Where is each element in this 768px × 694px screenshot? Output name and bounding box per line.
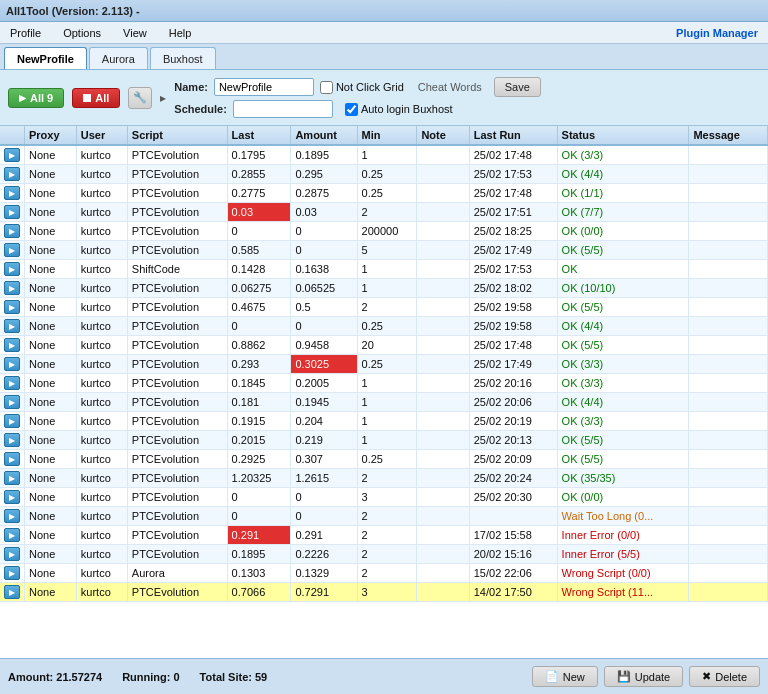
play-cell[interactable]: ▶ xyxy=(0,583,25,602)
table-row: ▶ None kurtco PTCEvolution 0.2775 0.2875… xyxy=(0,184,768,203)
note-cell xyxy=(417,431,469,450)
play-cell[interactable]: ▶ xyxy=(0,260,25,279)
not-click-grid-checkbox-label[interactable]: Not Click Grid xyxy=(320,81,404,94)
play-cell[interactable]: ▶ xyxy=(0,279,25,298)
min-cell: 5 xyxy=(357,241,417,260)
play-button[interactable]: ▶ xyxy=(4,262,20,276)
auto-login-checkbox-label[interactable]: Auto login Buxhost xyxy=(345,103,453,116)
amount-cell: 0 xyxy=(291,222,357,241)
menu-options[interactable]: Options xyxy=(57,25,107,41)
play-button[interactable]: ▶ xyxy=(4,167,20,181)
play-button[interactable]: ▶ xyxy=(4,186,20,200)
play-cell[interactable]: ▶ xyxy=(0,393,25,412)
tab-buxhost[interactable]: Buxhost xyxy=(150,47,216,69)
play-cell[interactable]: ▶ xyxy=(0,355,25,374)
total-site-info: Total Site: 59 xyxy=(200,671,268,683)
th-user: User xyxy=(76,126,127,145)
cheat-words-button[interactable]: Cheat Words xyxy=(418,81,482,93)
script-cell: PTCEvolution xyxy=(127,583,227,602)
settings-button[interactable]: 🔧 xyxy=(128,87,152,109)
save-button[interactable]: Save xyxy=(494,77,541,97)
play-cell[interactable]: ▶ xyxy=(0,241,25,260)
play-cell[interactable]: ▶ xyxy=(0,298,25,317)
play-button[interactable]: ▶ xyxy=(4,566,20,580)
play-button[interactable]: ▶ xyxy=(4,395,20,409)
note-cell xyxy=(417,355,469,374)
play-cell[interactable]: ▶ xyxy=(0,545,25,564)
arrow-icon[interactable]: ▸ xyxy=(160,91,166,105)
play-button[interactable]: ▶ xyxy=(4,528,20,542)
table-row: ▶ None kurtco PTCEvolution 0.585 0 5 25/… xyxy=(0,241,768,260)
amount-cell: 0.03 xyxy=(291,203,357,222)
all-stop-button[interactable]: All xyxy=(72,88,120,108)
menu-profile[interactable]: Profile xyxy=(4,25,47,41)
plugin-manager-link[interactable]: Plugin Manager xyxy=(670,25,764,41)
play-button[interactable]: ▶ xyxy=(4,414,20,428)
play-cell[interactable]: ▶ xyxy=(0,184,25,203)
new-button[interactable]: 📄 New xyxy=(532,666,598,687)
play-button[interactable]: ▶ xyxy=(4,281,20,295)
play-cell[interactable]: ▶ xyxy=(0,507,25,526)
play-cell[interactable]: ▶ xyxy=(0,564,25,583)
play-button[interactable]: ▶ xyxy=(4,585,20,599)
all-start-button[interactable]: ▶ All 9 xyxy=(8,88,64,108)
lastrun-cell: 25/02 20:30 xyxy=(469,488,557,507)
play-cell[interactable]: ▶ xyxy=(0,450,25,469)
lastrun-cell: 25/02 20:19 xyxy=(469,412,557,431)
menu-view[interactable]: View xyxy=(117,25,153,41)
play-cell[interactable]: ▶ xyxy=(0,526,25,545)
schedule-label: Schedule: xyxy=(174,103,227,115)
message-cell xyxy=(689,412,768,431)
script-cell: PTCEvolution xyxy=(127,145,227,165)
proxy-cell: None xyxy=(25,431,77,450)
play-cell[interactable]: ▶ xyxy=(0,336,25,355)
play-cell[interactable]: ▶ xyxy=(0,469,25,488)
status-cell: OK (3/3) xyxy=(557,145,689,165)
amount-cell: 0.9458 xyxy=(291,336,357,355)
play-cell[interactable]: ▶ xyxy=(0,145,25,165)
play-cell[interactable]: ▶ xyxy=(0,165,25,184)
proxy-cell: None xyxy=(25,260,77,279)
play-button[interactable]: ▶ xyxy=(4,300,20,314)
auto-login-checkbox[interactable] xyxy=(345,103,358,116)
play-button[interactable]: ▶ xyxy=(4,224,20,238)
play-button[interactable]: ▶ xyxy=(4,338,20,352)
play-button[interactable]: ▶ xyxy=(4,509,20,523)
lastrun-cell: 25/02 17:48 xyxy=(469,184,557,203)
update-button[interactable]: 💾 Update xyxy=(604,666,683,687)
play-button[interactable]: ▶ xyxy=(4,433,20,447)
last-cell: 0.585 xyxy=(227,241,291,260)
play-cell[interactable]: ▶ xyxy=(0,203,25,222)
play-button[interactable]: ▶ xyxy=(4,148,20,162)
play-button[interactable]: ▶ xyxy=(4,452,20,466)
play-cell[interactable]: ▶ xyxy=(0,374,25,393)
not-click-grid-checkbox[interactable] xyxy=(320,81,333,94)
th-amount: Amount xyxy=(291,126,357,145)
play-button[interactable]: ▶ xyxy=(4,319,20,333)
play-button[interactable]: ▶ xyxy=(4,205,20,219)
play-button[interactable]: ▶ xyxy=(4,357,20,371)
delete-button[interactable]: ✖ Delete xyxy=(689,666,760,687)
message-cell xyxy=(689,374,768,393)
play-button[interactable]: ▶ xyxy=(4,490,20,504)
play-cell[interactable]: ▶ xyxy=(0,317,25,336)
menu-help[interactable]: Help xyxy=(163,25,198,41)
play-button[interactable]: ▶ xyxy=(4,547,20,561)
play-cell[interactable]: ▶ xyxy=(0,431,25,450)
min-cell: 3 xyxy=(357,488,417,507)
play-button[interactable]: ▶ xyxy=(4,376,20,390)
play-cell[interactable]: ▶ xyxy=(0,412,25,431)
note-cell xyxy=(417,317,469,336)
play-cell[interactable]: ▶ xyxy=(0,488,25,507)
schedule-input[interactable] xyxy=(233,100,333,118)
play-button[interactable]: ▶ xyxy=(4,243,20,257)
script-cell: PTCEvolution xyxy=(127,450,227,469)
profile-name-input[interactable] xyxy=(214,78,314,96)
play-cell[interactable]: ▶ xyxy=(0,222,25,241)
tab-aurora[interactable]: Aurora xyxy=(89,47,148,69)
tab-newprofile[interactable]: NewProfile xyxy=(4,47,87,69)
play-button[interactable]: ▶ xyxy=(4,471,20,485)
th-last: Last xyxy=(227,126,291,145)
proxy-cell: None xyxy=(25,469,77,488)
user-cell: kurtco xyxy=(76,145,127,165)
